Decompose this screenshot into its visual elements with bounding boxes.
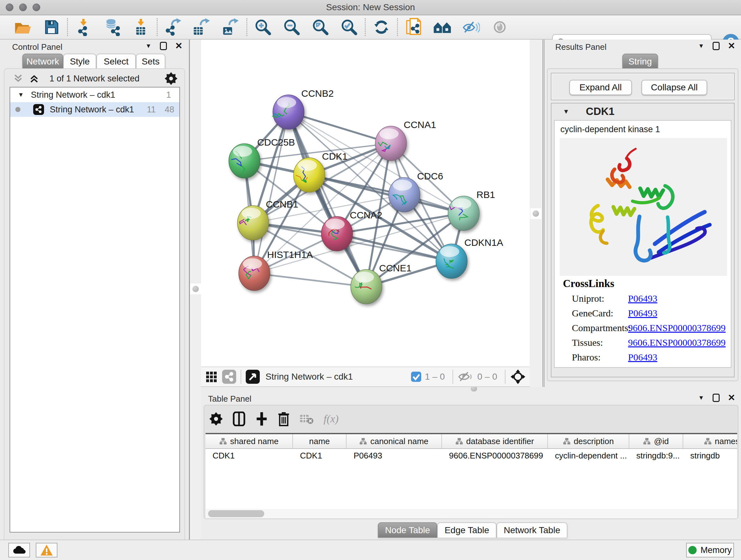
open-session-icon[interactable] [8,17,37,37]
network-options-gear-icon[interactable] [165,72,178,85]
network-node-CCNA1[interactable] [375,126,407,161]
tab-network[interactable]: Network [22,54,63,69]
network-node-CCNE1[interactable] [351,269,382,304]
export-table-icon[interactable] [188,17,216,37]
delete-column-icon[interactable] [278,412,290,426]
network-collection-row[interactable]: ▼ String Network – cdk1 1 [10,87,179,102]
memory-label: Memory [700,545,732,555]
panel-close-icon[interactable]: ✕ [175,42,183,51]
network-node-CDC25B[interactable] [229,144,260,178]
network-edge[interactable] [288,112,391,143]
panel-collapse-icon[interactable]: ▼ [698,43,704,50]
table-cell[interactable]: P06493 [347,451,442,461]
clipboard-network-icon[interactable] [399,17,428,37]
navigate-crosshair-icon[interactable] [510,369,526,385]
table-cell[interactable]: stringdb:9... [629,451,683,461]
panel-float-icon[interactable] [713,42,720,50]
view-grid-icon[interactable] [205,370,218,383]
tab-network-table[interactable]: Network Table [496,522,567,538]
memory-button[interactable]: Memory [686,543,734,557]
splitter-handle[interactable] [192,286,199,292]
crosslink-link[interactable]: P06493 [628,308,657,319]
refresh-view-icon[interactable] [367,17,396,37]
network-node-CCNA2[interactable] [321,216,353,251]
column-header-name[interactable]: name [293,434,347,448]
column-header-sharedname[interactable]: shared name [205,434,293,448]
right-splitter[interactable] [530,40,544,387]
crosslink-link[interactable]: 9606.ENSP00000378699 [628,337,726,348]
selected-checkbox-icon[interactable] [411,371,421,382]
import-network-database-icon[interactable] [98,17,127,37]
collapse-all-button[interactable]: Collapse All [642,80,707,95]
panel-close-icon[interactable]: ✕ [728,393,735,402]
cloud-button[interactable] [8,543,30,557]
column-header-id[interactable]: @id [629,434,683,448]
import-network-file-icon[interactable] [69,17,98,37]
tab-sets[interactable]: Sets [136,54,165,69]
tab-edge-table[interactable]: Edge Table [437,522,496,538]
network-edge[interactable] [254,273,366,287]
save-session-icon[interactable] [37,17,66,37]
panel-close-icon[interactable]: ✕ [728,42,735,51]
string-badge-icon[interactable] [222,370,236,384]
tab-style[interactable]: Style [63,54,96,69]
splitter-handle[interactable] [533,210,539,217]
table-h-scrollbar[interactable] [205,509,737,518]
table-cell[interactable]: CDK1 [205,451,293,461]
tab-select[interactable]: Select [96,54,136,69]
add-column-icon[interactable] [255,412,268,426]
column-header-canonicalname[interactable]: canonical name [347,434,442,448]
column-header-databaseidentifier[interactable]: database identifier [442,434,548,448]
hidden-eye-icon [458,370,474,383]
tab-string[interactable]: String [622,54,658,69]
table-cell[interactable]: 9606.ENSP00000378699 [442,451,548,461]
network-node-RB1[interactable] [448,196,479,231]
tree-expand-icon[interactable]: ▼ [18,91,24,98]
expand-all-button[interactable]: Expand All [569,80,632,95]
gear-icon[interactable] [209,412,223,426]
section-collapse-icon[interactable]: ▼ [563,108,569,115]
network-canvas[interactable]: CCNB2CCNA1CDC25BCDK1CDC6RB1CCNB1CCNA2CDK… [201,40,530,367]
tab-node-table[interactable]: Node Table [378,522,437,538]
home-icon[interactable] [428,17,457,37]
gene-section-header[interactable]: ▼ CDK1 [551,104,734,119]
table-panel: Table Panel ▼ ✕ f(x) shared namenamecano… [201,391,741,540]
network-node-CDKN1A[interactable] [436,244,467,278]
export-image-icon[interactable] [216,17,245,37]
columns-icon[interactable] [232,412,246,426]
hide-selected-icon[interactable] [457,17,485,37]
scrollbar-thumb[interactable] [208,510,264,517]
table-cell[interactable]: CDK1 [293,451,347,461]
network-node-CCNB1[interactable] [238,206,269,240]
import-table-icon[interactable] [127,17,155,37]
zoom-fit-icon[interactable] [306,17,335,37]
warning-button[interactable] [36,543,57,557]
network-node-CDC6[interactable] [389,178,420,212]
crosslink-link[interactable]: 9606.ENSP00000378699 [628,322,726,333]
horizontal-splitter[interactable] [201,387,741,391]
panel-collapse-icon[interactable]: ▼ [698,394,704,401]
crosslink-link[interactable]: P06493 [628,352,657,363]
column-header-namespace[interactable]: namespace [683,434,737,448]
gene-name: CDK1 [586,105,615,118]
panel-collapse-icon[interactable]: ▼ [145,43,151,50]
network-node-HIST1H1A[interactable] [239,256,270,291]
zoom-in-icon[interactable] [249,17,277,37]
table-cell[interactable]: cyclin-dependent ... [548,451,629,461]
table-row[interactable]: CDK1CDK1P064939606.ENSP00000378699cyclin… [205,449,737,462]
crosslink-label: Pharos: [572,352,601,362]
crosslink-link[interactable]: P06493 [628,293,657,304]
crosslink-label: GeneCard: [572,308,613,318]
network-node-CCNB2[interactable] [272,95,304,129]
birds-eye-view-icon[interactable] [246,370,260,384]
panel-float-icon[interactable] [160,42,167,50]
table-cell[interactable]: stringdb [683,451,737,461]
export-network-icon[interactable] [159,17,188,37]
zoom-out-icon[interactable] [277,17,306,37]
network-row-selected[interactable]: String Network – cdk1 11 48 [10,102,179,117]
zoom-selected-icon[interactable] [335,17,363,37]
network-node-CDK1[interactable] [293,158,325,192]
left-splitter[interactable] [189,40,201,540]
column-header-description[interactable]: description [548,434,629,448]
panel-float-icon[interactable] [713,394,720,402]
